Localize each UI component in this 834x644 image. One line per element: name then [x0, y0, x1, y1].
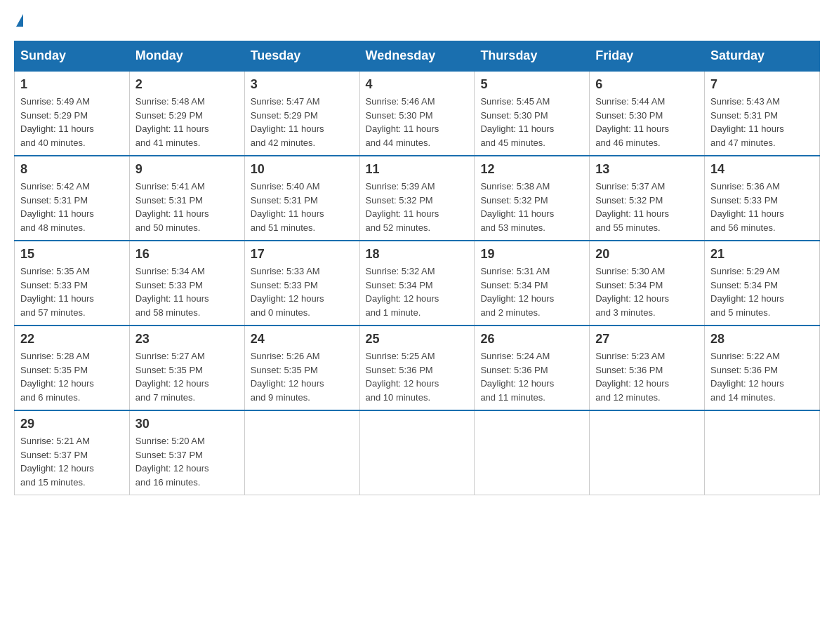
calendar-week-row: 29Sunrise: 5:21 AMSunset: 5:37 PMDayligh…: [15, 410, 820, 495]
day-number: 30: [135, 417, 239, 431]
day-number: 19: [480, 247, 583, 262]
day-number: 12: [480, 162, 583, 177]
calendar-cell: 16Sunrise: 5:34 AMSunset: 5:33 PMDayligh…: [129, 241, 244, 326]
calendar-cell: 17Sunrise: 5:33 AMSunset: 5:33 PMDayligh…: [244, 241, 359, 326]
calendar-cell: 6Sunrise: 5:44 AMSunset: 5:30 PMDaylight…: [590, 71, 705, 156]
day-of-week-monday: Monday: [129, 41, 244, 72]
day-number: 20: [595, 247, 699, 262]
calendar-cell: 2Sunrise: 5:48 AMSunset: 5:29 PMDaylight…: [129, 71, 244, 156]
day-number: 27: [595, 332, 699, 347]
day-info: Sunrise: 5:23 AMSunset: 5:36 PMDaylight:…: [595, 349, 699, 404]
calendar-cell: 21Sunrise: 5:29 AMSunset: 5:34 PMDayligh…: [705, 241, 820, 326]
day-number: 3: [251, 77, 354, 92]
day-info: Sunrise: 5:39 AMSunset: 5:32 PMDaylight:…: [366, 180, 469, 234]
day-info: Sunrise: 5:32 AMSunset: 5:34 PMDaylight:…: [366, 264, 469, 319]
day-info: Sunrise: 5:40 AMSunset: 5:31 PMDaylight:…: [251, 180, 354, 234]
day-number: 23: [135, 332, 239, 347]
day-number: 25: [366, 332, 469, 347]
day-info: Sunrise: 5:34 AMSunset: 5:33 PMDaylight:…: [135, 264, 239, 319]
calendar-cell: 15Sunrise: 5:35 AMSunset: 5:33 PMDayligh…: [15, 241, 130, 326]
day-number: 26: [480, 332, 583, 347]
day-info: Sunrise: 5:26 AMSunset: 5:35 PMDaylight:…: [251, 349, 354, 404]
calendar-table: SundayMondayTuesdayWednesdayThursdayFrid…: [14, 41, 820, 495]
calendar-cell: [359, 410, 475, 495]
day-info: Sunrise: 5:31 AMSunset: 5:34 PMDaylight:…: [480, 264, 583, 319]
calendar-cell: 12Sunrise: 5:38 AMSunset: 5:32 PMDayligh…: [475, 156, 590, 241]
day-of-week-thursday: Thursday: [475, 41, 590, 72]
day-of-week-sunday: Sunday: [15, 41, 130, 72]
day-info: Sunrise: 5:36 AMSunset: 5:33 PMDaylight:…: [710, 180, 814, 234]
calendar-cell: 13Sunrise: 5:37 AMSunset: 5:32 PMDayligh…: [590, 156, 705, 241]
logo: [14, 14, 23, 27]
day-info: Sunrise: 5:22 AMSunset: 5:36 PMDaylight:…: [710, 349, 814, 404]
day-info: Sunrise: 5:44 AMSunset: 5:30 PMDaylight:…: [595, 95, 699, 149]
calendar-week-row: 8Sunrise: 5:42 AMSunset: 5:31 PMDaylight…: [15, 156, 820, 241]
calendar-cell: 11Sunrise: 5:39 AMSunset: 5:32 PMDayligh…: [359, 156, 475, 241]
calendar-cell: 28Sunrise: 5:22 AMSunset: 5:36 PMDayligh…: [705, 326, 820, 410]
day-number: 6: [595, 77, 699, 92]
calendar-cell: [590, 410, 705, 495]
calendar-cell: 10Sunrise: 5:40 AMSunset: 5:31 PMDayligh…: [244, 156, 359, 241]
calendar-header-row: SundayMondayTuesdayWednesdayThursdayFrid…: [15, 41, 820, 72]
day-info: Sunrise: 5:41 AMSunset: 5:31 PMDaylight:…: [135, 180, 239, 234]
day-number: 15: [20, 247, 124, 262]
calendar-cell: [475, 410, 590, 495]
day-of-week-tuesday: Tuesday: [244, 41, 359, 72]
calendar-cell: 19Sunrise: 5:31 AMSunset: 5:34 PMDayligh…: [475, 241, 590, 326]
day-number: 16: [135, 247, 239, 262]
calendar-cell: [705, 410, 820, 495]
day-info: Sunrise: 5:27 AMSunset: 5:35 PMDaylight:…: [135, 349, 239, 404]
calendar-cell: 29Sunrise: 5:21 AMSunset: 5:37 PMDayligh…: [15, 410, 130, 495]
day-number: 11: [366, 162, 469, 177]
day-number: 14: [710, 162, 814, 177]
day-number: 2: [135, 77, 239, 92]
day-info: Sunrise: 5:47 AMSunset: 5:29 PMDaylight:…: [251, 95, 354, 149]
day-number: 18: [366, 247, 469, 262]
calendar-cell: 14Sunrise: 5:36 AMSunset: 5:33 PMDayligh…: [705, 156, 820, 241]
calendar-cell: 26Sunrise: 5:24 AMSunset: 5:36 PMDayligh…: [475, 326, 590, 410]
day-info: Sunrise: 5:35 AMSunset: 5:33 PMDaylight:…: [20, 264, 124, 319]
calendar-cell: 23Sunrise: 5:27 AMSunset: 5:35 PMDayligh…: [129, 326, 244, 410]
day-info: Sunrise: 5:38 AMSunset: 5:32 PMDaylight:…: [480, 180, 583, 234]
calendar-cell: 30Sunrise: 5:20 AMSunset: 5:37 PMDayligh…: [129, 410, 244, 495]
day-info: Sunrise: 5:48 AMSunset: 5:29 PMDaylight:…: [135, 95, 239, 149]
calendar-cell: 18Sunrise: 5:32 AMSunset: 5:34 PMDayligh…: [359, 241, 475, 326]
day-info: Sunrise: 5:25 AMSunset: 5:36 PMDaylight:…: [366, 349, 469, 404]
page-header: [14, 14, 820, 27]
day-number: 7: [710, 77, 814, 92]
day-number: 4: [366, 77, 469, 92]
day-info: Sunrise: 5:29 AMSunset: 5:34 PMDaylight:…: [710, 264, 814, 319]
calendar-cell: 8Sunrise: 5:42 AMSunset: 5:31 PMDaylight…: [15, 156, 130, 241]
day-info: Sunrise: 5:37 AMSunset: 5:32 PMDaylight:…: [595, 180, 699, 234]
day-number: 1: [20, 77, 124, 92]
day-info: Sunrise: 5:42 AMSunset: 5:31 PMDaylight:…: [20, 180, 124, 234]
day-of-week-saturday: Saturday: [705, 41, 820, 72]
calendar-week-row: 15Sunrise: 5:35 AMSunset: 5:33 PMDayligh…: [15, 241, 820, 326]
day-number: 13: [595, 162, 699, 177]
calendar-cell: 22Sunrise: 5:28 AMSunset: 5:35 PMDayligh…: [15, 326, 130, 410]
day-number: 8: [20, 162, 124, 177]
logo-triangle-icon: [16, 14, 23, 27]
calendar-cell: 25Sunrise: 5:25 AMSunset: 5:36 PMDayligh…: [359, 326, 475, 410]
day-info: Sunrise: 5:24 AMSunset: 5:36 PMDaylight:…: [480, 349, 583, 404]
calendar-cell: 7Sunrise: 5:43 AMSunset: 5:31 PMDaylight…: [705, 71, 820, 156]
calendar-cell: [244, 410, 359, 495]
calendar-cell: 27Sunrise: 5:23 AMSunset: 5:36 PMDayligh…: [590, 326, 705, 410]
day-number: 28: [710, 332, 814, 347]
day-number: 17: [251, 247, 354, 262]
day-info: Sunrise: 5:43 AMSunset: 5:31 PMDaylight:…: [710, 95, 814, 149]
day-info: Sunrise: 5:21 AMSunset: 5:37 PMDaylight:…: [20, 434, 124, 489]
calendar-cell: 1Sunrise: 5:49 AMSunset: 5:29 PMDaylight…: [15, 71, 130, 156]
calendar-cell: 9Sunrise: 5:41 AMSunset: 5:31 PMDaylight…: [129, 156, 244, 241]
day-info: Sunrise: 5:33 AMSunset: 5:33 PMDaylight:…: [251, 264, 354, 319]
day-info: Sunrise: 5:20 AMSunset: 5:37 PMDaylight:…: [135, 434, 239, 489]
day-info: Sunrise: 5:28 AMSunset: 5:35 PMDaylight:…: [20, 349, 124, 404]
calendar-cell: 3Sunrise: 5:47 AMSunset: 5:29 PMDaylight…: [244, 71, 359, 156]
day-of-week-friday: Friday: [590, 41, 705, 72]
day-number: 5: [480, 77, 583, 92]
day-info: Sunrise: 5:46 AMSunset: 5:30 PMDaylight:…: [366, 95, 469, 149]
day-info: Sunrise: 5:45 AMSunset: 5:30 PMDaylight:…: [480, 95, 583, 149]
calendar-cell: 4Sunrise: 5:46 AMSunset: 5:30 PMDaylight…: [359, 71, 475, 156]
calendar-cell: 20Sunrise: 5:30 AMSunset: 5:34 PMDayligh…: [590, 241, 705, 326]
day-info: Sunrise: 5:30 AMSunset: 5:34 PMDaylight:…: [595, 264, 699, 319]
